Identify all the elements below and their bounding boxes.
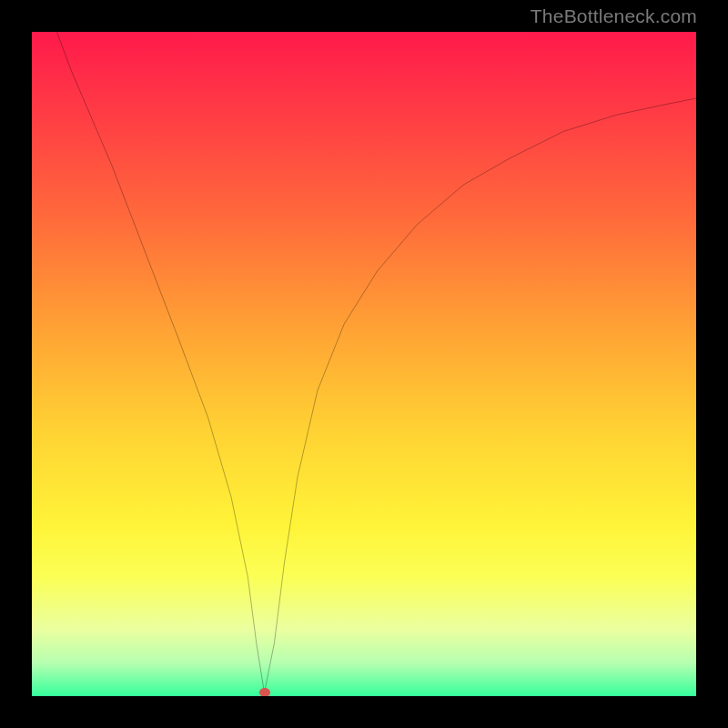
watermark-text: TheBottleneck.com <box>531 5 697 27</box>
plot-area <box>32 32 696 696</box>
min-marker-dot <box>259 688 270 696</box>
bottleneck-curve-path <box>32 32 696 693</box>
curve-layer <box>32 32 696 696</box>
chart-frame: TheBottleneck.com <box>0 0 728 728</box>
